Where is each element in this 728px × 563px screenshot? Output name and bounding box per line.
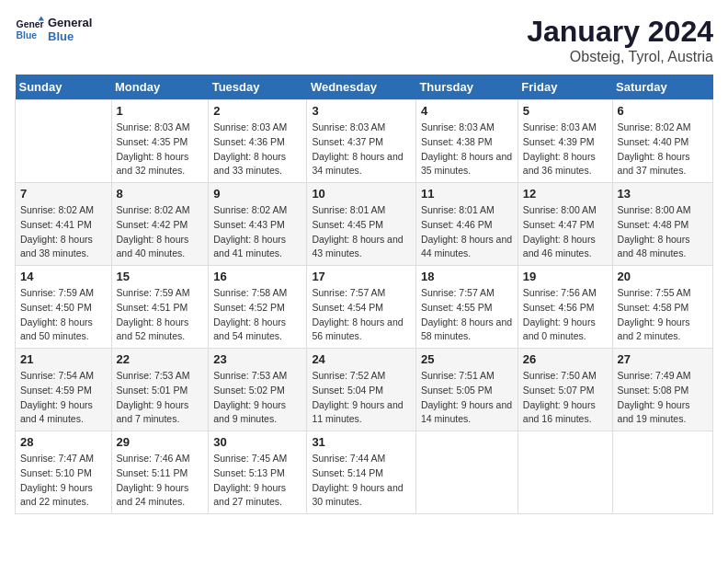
svg-text:Blue: Blue bbox=[17, 30, 38, 40]
calendar-cell: 4Sunrise: 8:03 AMSunset: 4:38 PMDaylight… bbox=[415, 100, 518, 183]
day-number: 16 bbox=[213, 270, 301, 283]
day-number: 26 bbox=[523, 352, 608, 366]
day-number: 19 bbox=[523, 270, 608, 283]
calendar-week-row: 14Sunrise: 7:59 AMSunset: 4:50 PMDayligh… bbox=[16, 266, 713, 349]
day-info: Sunrise: 7:58 AMSunset: 4:52 PMDaylight:… bbox=[213, 286, 301, 344]
weekday-header-row: SundayMondayTuesdayWednesdayThursdayFrid… bbox=[16, 75, 713, 100]
header: General Blue General Blue January 2024 O… bbox=[15, 15, 713, 65]
calendar-cell: 18Sunrise: 7:57 AMSunset: 4:55 PMDayligh… bbox=[415, 266, 518, 349]
day-info: Sunrise: 8:03 AMSunset: 4:38 PMDaylight:… bbox=[421, 121, 513, 178]
calendar-cell: 19Sunrise: 7:56 AMSunset: 4:56 PMDayligh… bbox=[518, 266, 612, 349]
day-number: 7 bbox=[20, 187, 107, 201]
logo: General Blue General Blue bbox=[15, 15, 92, 44]
day-info: Sunrise: 7:59 AMSunset: 4:51 PMDaylight:… bbox=[117, 286, 204, 344]
day-number: 23 bbox=[213, 352, 301, 366]
calendar-cell: 7Sunrise: 8:02 AMSunset: 4:41 PMDaylight… bbox=[16, 183, 112, 266]
calendar-cell: 3Sunrise: 8:03 AMSunset: 4:37 PMDaylight… bbox=[307, 100, 416, 183]
calendar-cell: 29Sunrise: 7:46 AMSunset: 5:11 PMDayligh… bbox=[111, 431, 209, 514]
logo-icon: General Blue bbox=[15, 15, 44, 44]
calendar-week-row: 1Sunrise: 8:03 AMSunset: 4:35 PMDaylight… bbox=[16, 100, 713, 183]
day-number: 5 bbox=[523, 104, 608, 118]
calendar-cell: 28Sunrise: 7:47 AMSunset: 5:10 PMDayligh… bbox=[16, 431, 112, 514]
calendar-cell: 2Sunrise: 8:03 AMSunset: 4:36 PMDaylight… bbox=[209, 100, 307, 183]
calendar-cell: 10Sunrise: 8:01 AMSunset: 4:45 PMDayligh… bbox=[307, 183, 416, 266]
svg-marker-2 bbox=[39, 17, 44, 21]
day-info: Sunrise: 8:02 AMSunset: 4:40 PMDaylight:… bbox=[618, 121, 708, 178]
calendar-cell: 22Sunrise: 7:53 AMSunset: 5:01 PMDayligh… bbox=[111, 349, 209, 431]
calendar-cell: 5Sunrise: 8:03 AMSunset: 4:39 PMDaylight… bbox=[518, 100, 612, 183]
day-info: Sunrise: 8:00 AMSunset: 4:48 PMDaylight:… bbox=[618, 203, 708, 261]
day-number: 14 bbox=[20, 270, 107, 283]
day-info: Sunrise: 7:59 AMSunset: 4:50 PMDaylight:… bbox=[20, 286, 107, 344]
day-number: 18 bbox=[421, 270, 513, 283]
page-title: January 2024 bbox=[527, 15, 713, 49]
day-number: 12 bbox=[523, 187, 608, 201]
day-number: 27 bbox=[618, 352, 708, 366]
day-info: Sunrise: 8:01 AMSunset: 4:46 PMDaylight:… bbox=[421, 203, 513, 261]
weekday-header-friday: Friday bbox=[518, 75, 612, 100]
day-info: Sunrise: 7:47 AMSunset: 5:10 PMDaylight:… bbox=[20, 452, 107, 510]
day-info: Sunrise: 7:53 AMSunset: 5:01 PMDaylight:… bbox=[117, 369, 204, 427]
weekday-header-monday: Monday bbox=[111, 75, 209, 100]
calendar-cell: 15Sunrise: 7:59 AMSunset: 4:51 PMDayligh… bbox=[111, 266, 209, 349]
day-number: 11 bbox=[421, 187, 513, 201]
calendar-cell: 30Sunrise: 7:45 AMSunset: 5:13 PMDayligh… bbox=[209, 431, 307, 514]
calendar-cell bbox=[415, 431, 518, 514]
weekday-header-tuesday: Tuesday bbox=[209, 75, 307, 100]
day-number: 28 bbox=[20, 435, 107, 449]
day-number: 21 bbox=[20, 352, 107, 366]
calendar-cell: 12Sunrise: 8:00 AMSunset: 4:47 PMDayligh… bbox=[518, 183, 612, 266]
day-number: 15 bbox=[117, 270, 204, 283]
calendar-cell bbox=[16, 100, 112, 183]
day-info: Sunrise: 7:49 AMSunset: 5:08 PMDaylight:… bbox=[618, 369, 708, 427]
day-number: 24 bbox=[312, 352, 411, 366]
calendar-table: SundayMondayTuesdayWednesdayThursdayFrid… bbox=[15, 75, 713, 514]
calendar-cell: 27Sunrise: 7:49 AMSunset: 5:08 PMDayligh… bbox=[612, 349, 712, 431]
calendar-cell: 14Sunrise: 7:59 AMSunset: 4:50 PMDayligh… bbox=[16, 266, 112, 349]
day-info: Sunrise: 7:44 AMSunset: 5:14 PMDaylight:… bbox=[312, 452, 411, 510]
day-info: Sunrise: 7:52 AMSunset: 5:04 PMDaylight:… bbox=[312, 369, 411, 427]
day-info: Sunrise: 8:03 AMSunset: 4:37 PMDaylight:… bbox=[312, 121, 411, 178]
svg-text:General: General bbox=[17, 19, 44, 29]
title-area: January 2024 Obsteig, Tyrol, Austria bbox=[527, 15, 713, 65]
calendar-cell bbox=[612, 431, 712, 514]
day-number: 30 bbox=[213, 435, 301, 449]
calendar-week-row: 28Sunrise: 7:47 AMSunset: 5:10 PMDayligh… bbox=[16, 431, 713, 514]
calendar-week-row: 21Sunrise: 7:54 AMSunset: 4:59 PMDayligh… bbox=[16, 349, 713, 431]
logo-blue: Blue bbox=[48, 29, 92, 43]
calendar-cell: 23Sunrise: 7:53 AMSunset: 5:02 PMDayligh… bbox=[209, 349, 307, 431]
day-info: Sunrise: 8:02 AMSunset: 4:42 PMDaylight:… bbox=[117, 203, 204, 261]
calendar-cell: 16Sunrise: 7:58 AMSunset: 4:52 PMDayligh… bbox=[209, 266, 307, 349]
day-number: 10 bbox=[312, 187, 411, 201]
weekday-header-sunday: Sunday bbox=[16, 75, 112, 100]
day-info: Sunrise: 7:56 AMSunset: 4:56 PMDaylight:… bbox=[523, 286, 608, 344]
day-number: 4 bbox=[421, 104, 513, 118]
logo-general: General bbox=[48, 16, 92, 29]
calendar-cell: 6Sunrise: 8:02 AMSunset: 4:40 PMDaylight… bbox=[612, 100, 712, 183]
day-number: 6 bbox=[618, 104, 708, 118]
day-info: Sunrise: 7:46 AMSunset: 5:11 PMDaylight:… bbox=[117, 452, 204, 510]
day-info: Sunrise: 8:03 AMSunset: 4:35 PMDaylight:… bbox=[117, 121, 204, 178]
calendar-cell: 31Sunrise: 7:44 AMSunset: 5:14 PMDayligh… bbox=[307, 431, 416, 514]
calendar-cell: 13Sunrise: 8:00 AMSunset: 4:48 PMDayligh… bbox=[612, 183, 712, 266]
page-subtitle: Obsteig, Tyrol, Austria bbox=[527, 49, 713, 65]
day-number: 2 bbox=[213, 104, 301, 118]
calendar-week-row: 7Sunrise: 8:02 AMSunset: 4:41 PMDaylight… bbox=[16, 183, 713, 266]
day-info: Sunrise: 7:53 AMSunset: 5:02 PMDaylight:… bbox=[213, 369, 301, 427]
day-info: Sunrise: 7:50 AMSunset: 5:07 PMDaylight:… bbox=[523, 369, 608, 427]
day-number: 20 bbox=[618, 270, 708, 283]
day-info: Sunrise: 7:51 AMSunset: 5:05 PMDaylight:… bbox=[421, 369, 513, 427]
calendar-cell: 26Sunrise: 7:50 AMSunset: 5:07 PMDayligh… bbox=[518, 349, 612, 431]
calendar-cell: 11Sunrise: 8:01 AMSunset: 4:46 PMDayligh… bbox=[415, 183, 518, 266]
day-number: 17 bbox=[312, 270, 411, 283]
calendar-cell: 17Sunrise: 7:57 AMSunset: 4:54 PMDayligh… bbox=[307, 266, 416, 349]
calendar-cell: 20Sunrise: 7:55 AMSunset: 4:58 PMDayligh… bbox=[612, 266, 712, 349]
calendar-cell: 24Sunrise: 7:52 AMSunset: 5:04 PMDayligh… bbox=[307, 349, 416, 431]
day-number: 8 bbox=[117, 187, 204, 201]
calendar-cell: 21Sunrise: 7:54 AMSunset: 4:59 PMDayligh… bbox=[16, 349, 112, 431]
day-info: Sunrise: 7:57 AMSunset: 4:55 PMDaylight:… bbox=[421, 286, 513, 344]
calendar-cell: 1Sunrise: 8:03 AMSunset: 4:35 PMDaylight… bbox=[111, 100, 209, 183]
weekday-header-saturday: Saturday bbox=[612, 75, 712, 100]
calendar-cell: 25Sunrise: 7:51 AMSunset: 5:05 PMDayligh… bbox=[415, 349, 518, 431]
day-info: Sunrise: 7:45 AMSunset: 5:13 PMDaylight:… bbox=[213, 452, 301, 510]
